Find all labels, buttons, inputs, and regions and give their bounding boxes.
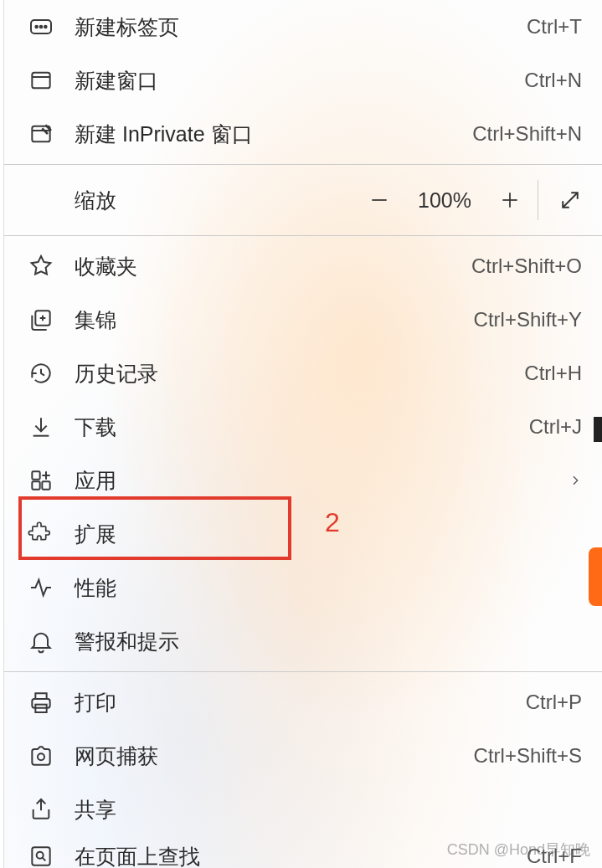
menu-item-performance[interactable]: 性能 [4, 561, 602, 614]
menu-item-find[interactable]: 在页面上查找 Ctrl+F [4, 836, 602, 868]
zoom-value: 100% [407, 188, 482, 213]
menu-item-label: 新建 InPrivate 窗口 [75, 121, 472, 148]
menu-item-label: 扩展 [75, 521, 582, 548]
menu-divider [4, 235, 602, 236]
menu-item-label: 新建窗口 [75, 67, 524, 95]
menu-item-shortcut: Ctrl+H [524, 362, 582, 385]
menu-item-shortcut: Ctrl+T [527, 15, 582, 39]
zoom-controls: 100% [352, 168, 602, 232]
menu-item-label: 在页面上查找 [75, 843, 527, 869]
download-icon [28, 413, 75, 440]
menu-item-label: 新建标签页 [75, 13, 527, 41]
menu-item-label: 共享 [75, 796, 582, 824]
menu-item-shortcut: Ctrl+P [526, 691, 582, 714]
find-icon [28, 843, 75, 868]
menu-item-label: 打印 [75, 689, 526, 716]
menu-item-shortcut: Ctrl+F [527, 845, 582, 868]
svg-line-26 [42, 857, 45, 860]
tab-plus-icon [28, 13, 75, 40]
print-icon [28, 689, 75, 716]
menu-item-print[interactable]: 打印 Ctrl+P [4, 675, 602, 729]
menu-item-downloads[interactable]: 下载 Ctrl+J [4, 400, 602, 454]
svg-rect-17 [32, 481, 39, 489]
menu-item-shortcut: Ctrl+Shift+S [474, 744, 582, 768]
menu-item-collections[interactable]: 集锦 Ctrl+Shift+Y [4, 293, 602, 347]
fullscreen-button[interactable] [538, 168, 602, 232]
menu-item-shortcut: Ctrl+J [529, 415, 582, 439]
menu-item-share[interactable]: 共享 [4, 783, 602, 836]
svg-rect-4 [32, 73, 49, 89]
extension-icon [28, 521, 75, 547]
star-icon [28, 253, 75, 280]
menu-item-label: 网页捕获 [75, 742, 474, 770]
page-edge-orange [589, 547, 602, 606]
menu-item-favorites[interactable]: 收藏夹 Ctrl+Shift+O [4, 239, 602, 293]
collections-icon [28, 306, 75, 333]
svg-rect-18 [42, 481, 49, 489]
menu-item-zoom: 缩放 100% [4, 168, 602, 232]
menu-item-apps[interactable]: 应用 [4, 454, 602, 507]
svg-rect-16 [32, 471, 39, 479]
zoom-out-button[interactable] [352, 168, 407, 232]
menu-item-new-window[interactable]: 新建窗口 Ctrl+N [4, 54, 602, 107]
menu-item-label: 警报和提示 [75, 628, 582, 655]
capture-icon [28, 742, 75, 769]
menu-item-label: 集锦 [75, 306, 474, 334]
menu-item-alerts[interactable]: 警报和提示 [4, 614, 602, 668]
menu-item-new-tab[interactable]: 新建标签页 Ctrl+T [4, 0, 602, 54]
page-edge-black [594, 417, 602, 442]
menu-item-shortcut: Ctrl+Shift+O [471, 254, 582, 278]
menu-divider [4, 164, 602, 165]
menu-item-extensions[interactable]: 扩展 [4, 507, 602, 561]
browser-menu: 新建标签页 Ctrl+T 新建窗口 Ctrl+N 新建 InPrivate 窗口… [3, 0, 602, 868]
menu-divider [4, 671, 602, 672]
zoom-label: 缩放 [75, 187, 352, 214]
menu-item-label: 历史记录 [75, 360, 524, 388]
apps-icon [28, 467, 75, 494]
svg-point-1 [35, 26, 38, 28]
window-icon [28, 67, 75, 94]
zoom-in-button[interactable] [482, 168, 538, 232]
menu-item-capture[interactable]: 网页捕获 Ctrl+Shift+S [4, 729, 602, 783]
menu-item-label: 应用 [75, 467, 565, 495]
svg-point-2 [40, 26, 43, 28]
menu-item-shortcut: Ctrl+Shift+N [472, 122, 582, 146]
performance-icon [28, 574, 75, 601]
svg-rect-24 [32, 847, 49, 865]
chevron-right-icon [565, 474, 582, 487]
menu-item-label: 收藏夹 [75, 253, 471, 280]
menu-item-shortcut: Ctrl+N [524, 69, 582, 92]
inprivate-icon [28, 121, 75, 147]
menu-item-label: 性能 [75, 574, 582, 602]
history-icon [28, 360, 75, 387]
svg-point-23 [38, 753, 44, 760]
menu-item-shortcut: Ctrl+Shift+Y [474, 308, 582, 331]
share-icon [28, 796, 75, 823]
menu-item-new-inprivate[interactable]: 新建 InPrivate 窗口 Ctrl+Shift+N [4, 107, 602, 161]
menu-item-history[interactable]: 历史记录 Ctrl+H [4, 347, 602, 400]
bell-icon [28, 628, 75, 655]
menu-item-label: 下载 [75, 413, 529, 441]
svg-point-3 [44, 26, 47, 28]
